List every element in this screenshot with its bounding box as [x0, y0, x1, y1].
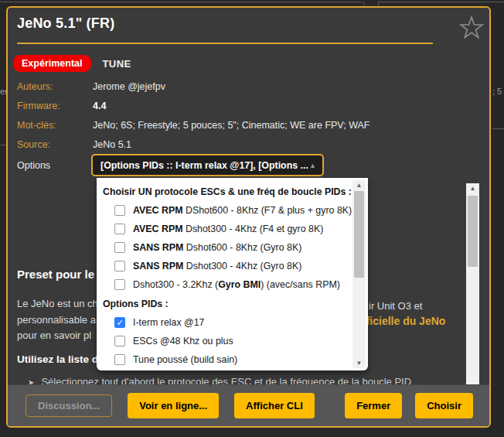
favorite-star-icon[interactable]: [459, 15, 484, 40]
dialog-scrollbar-thumb[interactable]: [468, 196, 478, 267]
field-row: Source:JeNo 5.1: [17, 135, 450, 154]
background-card-border: [378, 2, 379, 5]
footer-buttons-left: Discussion...Voir en ligne...Afficher CL…: [26, 393, 315, 418]
background-text-fragment: er: [0, 87, 6, 96]
dropdown-section-header: Options PIDs :: [103, 294, 348, 313]
body-link-fragment[interactable]: fficielle du JeNo: [363, 315, 445, 327]
dialog-title: JeNo 5.1" (FR): [17, 15, 114, 32]
field-list: Auteurs:Jerome @jejefpvFirmware:4.4Mot-c…: [17, 77, 450, 154]
scroll-up-icon[interactable]: ▲: [352, 180, 366, 190]
field-row: Auteurs:Jerome @jejefpv: [17, 77, 450, 96]
voir-en-ligne-button[interactable]: Voir en ligne...: [128, 393, 219, 418]
afficher-cli-button[interactable]: Afficher CLI: [234, 393, 315, 418]
discussion-button[interactable]: Discussion...: [26, 394, 112, 417]
field-row: Firmware:4.4: [17, 96, 450, 115]
dropdown-option[interactable]: SANS RPM Dshot600 - 8Khz (Gyro 8K): [103, 238, 348, 257]
dialog-scrollbar[interactable]: ▲: [466, 183, 479, 384]
dropdown-section-header: Choisir UN protocole ESCs & une fréq de …: [103, 182, 348, 201]
checkbox-icon[interactable]: [114, 336, 125, 347]
field-value: Jerome @jejefpv: [93, 81, 165, 92]
dropdown-option-label: Tune poussé (build sain): [133, 354, 237, 365]
dropdown-option-label: Dshot300 - 3.2Khz (Gyro BMI) (avec/sans …: [133, 279, 340, 290]
body-text-fragment: personnalisable a: [17, 314, 96, 326]
field-value: JeNo; 6S; Freestyle; 5 pouces; 5"; Cinem…: [93, 120, 370, 131]
background-card-border: [363, 2, 364, 5]
field-row: Mot-clés:JeNo; 6S; Freestyle; 5 pouces; …: [17, 115, 450, 135]
options-dropdown-list: Choisir UN protocole ESCs & une fréq de …: [97, 178, 368, 370]
dropdown-scrollbar-thumb[interactable]: [354, 191, 364, 278]
checkbox-icon[interactable]: [114, 224, 125, 234]
field-label: Firmware:: [17, 101, 93, 111]
title-underline: [17, 43, 433, 44]
checkbox-icon[interactable]: [114, 205, 125, 216]
checkbox-icon[interactable]: [114, 279, 125, 290]
dropdown-option-label: ESCs @48 Khz ou plus: [133, 336, 233, 347]
field-label: Source:: [17, 139, 93, 150]
body-text-fragment: ir Unit O3 et: [369, 300, 422, 312]
choisir-button[interactable]: Choisir: [415, 393, 473, 418]
field-value: JeNo 5.1: [93, 139, 131, 150]
background-text-fragment: ; 5 i: [492, 87, 504, 96]
body-subheading-fragment: Utilisez la liste d: [17, 353, 98, 365]
dropdown-scrollbar[interactable]: ▲ ▼: [352, 180, 366, 368]
body-text-fragment: Le JeNo est un ch: [17, 298, 98, 309]
options-select[interactable]: [Options PIDs :: I-term relax @17], [Opt…: [91, 154, 324, 176]
dropdown-option[interactable]: SANS RPM Dshot300 - 4Khz (Gyro 8K): [103, 257, 348, 275]
background-divider: [0, 145, 6, 145]
status-badge: Expérimental: [13, 55, 91, 72]
dropdown-option[interactable]: Dshot300 - 3.2Khz (Gyro BMI) (avec/sans …: [103, 275, 348, 294]
checkbox-icon[interactable]: [114, 354, 125, 365]
dropdown-option[interactable]: AVEC RPM Dshot300 - 4Khz (F4 et gyro 8K): [103, 220, 348, 238]
checkbox-icon[interactable]: [114, 261, 125, 271]
checkbox-icon[interactable]: [114, 242, 125, 253]
dropdown-option[interactable]: ✓I-term relax @17: [103, 313, 348, 332]
chevron-up-icon: ▲: [309, 162, 316, 169]
dropdown-content: Choisir UN protocole ESCs & une fréq de …: [103, 182, 348, 369]
dropdown-option-label: SANS RPM Dshot300 - 4Khz (Gyro 8K): [133, 261, 301, 271]
preset-detail-dialog: JeNo 5.1" (FR) Expérimental TUNE Auteurs…: [6, 6, 491, 428]
dropdown-option[interactable]: Tune poussé (build sain): [103, 350, 348, 369]
options-label: Options: [17, 160, 50, 171]
dialog-footer: Discussion...Voir en ligne...Afficher CL…: [8, 384, 489, 426]
background-card-border: [0, 2, 362, 2]
fermer-button[interactable]: Fermer: [345, 393, 402, 418]
options-select-value: [Options PIDs :: I-term relax @17], [Opt…: [100, 160, 308, 171]
checkbox-checked-icon[interactable]: ✓: [114, 317, 125, 328]
dropdown-option-label: I-term relax @17: [133, 317, 204, 328]
background-divider: [492, 128, 504, 129]
scroll-up-icon[interactable]: ▲: [466, 183, 479, 193]
dropdown-option-label: SANS RPM Dshot600 - 8Khz (Gyro 8K): [133, 242, 301, 253]
dropdown-option[interactable]: ESCs @48 Khz ou plus: [103, 332, 348, 350]
dropdown-option-label: AVEC RPM Dshot300 - 4Khz (F4 et gyro 8K): [133, 224, 323, 234]
preset-category: TUNE: [103, 58, 131, 70]
background-card-border: [379, 2, 504, 2]
field-label: Mot-clés:: [17, 120, 93, 131]
footer-buttons-right: FermerChoisir: [345, 393, 473, 418]
dropdown-option-label: AVEC RPM DShot600 - 8Khz (F7 & plus + gy…: [133, 205, 352, 216]
scroll-down-icon[interactable]: ▼: [352, 358, 366, 368]
body-text-fragment: pour en savoir pl: [17, 329, 91, 341]
dropdown-option[interactable]: AVEC RPM DShot600 - 8Khz (F7 & plus + gy…: [103, 201, 348, 220]
body-heading-fragment: Preset pour le: [17, 268, 94, 281]
field-value: 4.4: [93, 101, 106, 111]
field-label: Auteurs:: [17, 81, 93, 92]
